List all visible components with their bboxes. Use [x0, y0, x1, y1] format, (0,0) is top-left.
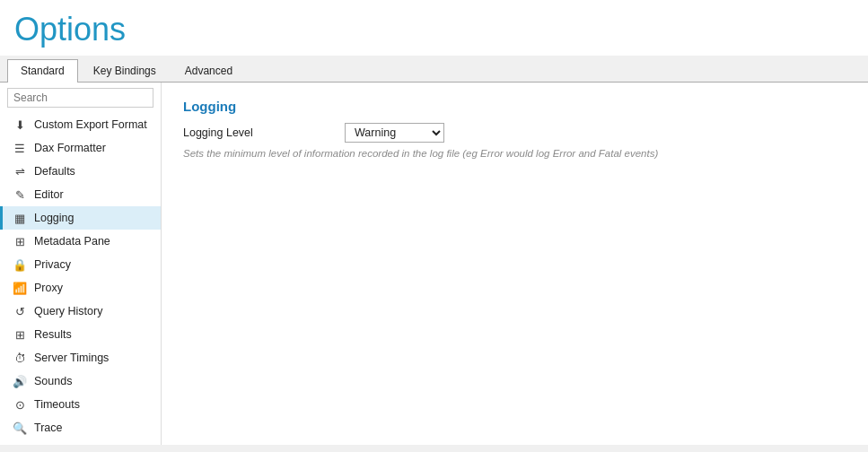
sidebar-label-server-timings: Server Timings — [34, 352, 109, 364]
content-area: Logging Logging Level Error Warning Info… — [162, 83, 868, 445]
sidebar-item-defaults[interactable]: ⇌ Defaults — [0, 160, 161, 183]
sidebar-label-dax-formatter: Dax Formatter — [34, 142, 106, 154]
logging-level-label: Logging Level — [183, 126, 345, 139]
sidebar-label-timeouts: Timeouts — [34, 398, 80, 411]
sounds-icon: 🔊 — [13, 374, 27, 388]
sidebar-item-query-history[interactable]: ↺ Query History — [0, 300, 161, 323]
query-history-icon: ↺ — [13, 304, 27, 318]
sidebar-item-dax-formatter[interactable]: ☰ Dax Formatter — [0, 136, 161, 160]
sidebar-label-metadata-pane: Metadata Pane — [34, 235, 110, 248]
sidebar-label-defaults: Defaults — [34, 165, 75, 178]
server-timings-icon: ⏱ — [13, 351, 27, 365]
sidebar-item-metadata-pane[interactable]: ⊞ Metadata Pane — [0, 230, 161, 253]
privacy-icon: 🔒 — [13, 257, 27, 272]
sidebar-item-editor[interactable]: ✎ Editor — [0, 183, 161, 206]
sidebar-item-sounds[interactable]: 🔊 Sounds — [0, 369, 161, 393]
sidebar-label-logging: Logging — [34, 212, 75, 224]
main-layout: ⬇ Custom Export Format ☰ Dax Formatter ⇌… — [0, 83, 868, 445]
sidebar-item-logging[interactable]: ▦ Logging — [0, 206, 161, 230]
sidebar-label-sounds: Sounds — [34, 375, 72, 387]
proxy-icon: 📶 — [13, 281, 27, 295]
sidebar-item-trace[interactable]: 🔍 Trace — [0, 416, 161, 439]
sidebar-item-results[interactable]: ⊞ Results — [0, 323, 161, 346]
logging-level-row: Logging Level Error Warning Information … — [183, 123, 846, 143]
sidebar-label-proxy: Proxy — [34, 282, 63, 294]
app-title: Options — [0, 0, 868, 56]
sidebar: ⬇ Custom Export Format ☰ Dax Formatter ⇌… — [0, 83, 162, 445]
section-title: Logging — [183, 99, 846, 114]
tab-advanced[interactable]: Advanced — [171, 59, 246, 82]
sidebar-item-privacy[interactable]: 🔒 Privacy — [0, 253, 161, 276]
dax-formatter-icon: ☰ — [13, 141, 27, 155]
trace-icon: 🔍 — [13, 421, 27, 435]
sidebar-label-results: Results — [34, 328, 72, 341]
logging-level-select[interactable]: Error Warning Information Debug Verbose — [345, 123, 444, 143]
sidebar-label-trace: Trace — [34, 422, 63, 434]
custom-export-format-icon: ⬇ — [13, 117, 27, 132]
timeouts-icon: ⊙ — [13, 397, 27, 412]
editor-icon: ✎ — [13, 187, 27, 202]
search-input[interactable] — [7, 88, 153, 108]
sidebar-label-custom-export-format: Custom Export Format — [34, 118, 147, 131]
logging-icon: ▦ — [13, 211, 27, 225]
sidebar-label-editor: Editor — [34, 188, 64, 201]
sidebar-label-privacy: Privacy — [34, 258, 71, 271]
sidebar-label-query-history: Query History — [34, 305, 102, 317]
logging-level-description: Sets the minimum level of information re… — [183, 148, 846, 159]
tab-key-bindings[interactable]: Key Bindings — [80, 59, 170, 82]
tabs-bar: Standard Key Bindings Advanced — [0, 56, 868, 83]
logging-level-control: Error Warning Information Debug Verbose — [345, 123, 444, 143]
results-icon: ⊞ — [13, 327, 27, 342]
defaults-icon: ⇌ — [13, 164, 27, 178]
sidebar-item-timeouts[interactable]: ⊙ Timeouts — [0, 393, 161, 416]
tab-standard[interactable]: Standard — [7, 59, 78, 83]
sidebar-item-proxy[interactable]: 📶 Proxy — [0, 276, 161, 300]
sidebar-item-server-timings[interactable]: ⏱ Server Timings — [0, 346, 161, 369]
sidebar-item-custom-export-format[interactable]: ⬇ Custom Export Format — [0, 113, 161, 136]
metadata-pane-icon: ⊞ — [13, 234, 27, 248]
